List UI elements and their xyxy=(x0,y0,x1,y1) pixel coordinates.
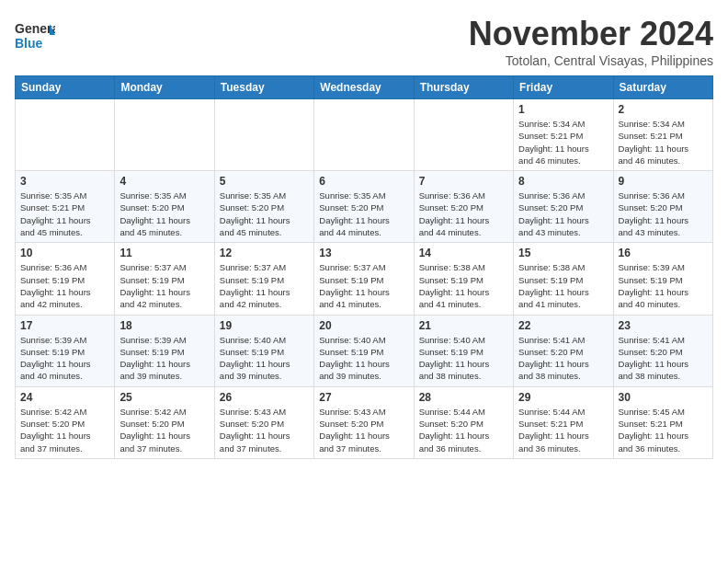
day-number: 4 xyxy=(119,175,209,188)
day-cell: 30Sunrise: 5:45 AM Sunset: 5:21 PM Dayli… xyxy=(613,386,712,458)
title-block: November 2024 Totolan, Central Visayas, … xyxy=(469,15,713,68)
svg-text:General: General xyxy=(15,21,55,36)
day-cell: 20Sunrise: 5:40 AM Sunset: 5:19 PM Dayli… xyxy=(314,315,414,386)
day-number: 17 xyxy=(20,319,109,332)
day-number: 25 xyxy=(119,391,209,404)
day-number: 10 xyxy=(20,247,109,259)
day-number: 15 xyxy=(518,247,608,259)
day-cell: 10Sunrise: 5:36 AM Sunset: 5:19 PM Dayli… xyxy=(16,243,115,315)
day-cell: 1Sunrise: 5:34 AM Sunset: 5:21 PM Daylig… xyxy=(514,99,613,171)
week-row-5: 24Sunrise: 5:42 AM Sunset: 5:20 PM Dayli… xyxy=(16,386,713,458)
day-info: Sunrise: 5:37 AM Sunset: 5:19 PM Dayligh… xyxy=(220,261,309,310)
day-number: 1 xyxy=(518,103,608,116)
day-cell: 24Sunrise: 5:42 AM Sunset: 5:20 PM Dayli… xyxy=(16,386,115,458)
day-info: Sunrise: 5:35 AM Sunset: 5:21 PM Dayligh… xyxy=(20,190,109,238)
day-number: 18 xyxy=(119,319,209,332)
day-info: Sunrise: 5:43 AM Sunset: 5:20 PM Dayligh… xyxy=(220,406,309,454)
logo-icon: General Blue xyxy=(15,15,55,55)
day-cell: 22Sunrise: 5:41 AM Sunset: 5:20 PM Dayli… xyxy=(514,315,613,386)
day-cell: 4Sunrise: 5:35 AM Sunset: 5:20 PM Daylig… xyxy=(115,171,214,243)
month-title: November 2024 xyxy=(469,15,713,53)
day-info: Sunrise: 5:43 AM Sunset: 5:20 PM Dayligh… xyxy=(319,406,408,454)
day-info: Sunrise: 5:39 AM Sunset: 5:19 PM Dayligh… xyxy=(119,334,209,383)
week-row-1: 1Sunrise: 5:34 AM Sunset: 5:21 PM Daylig… xyxy=(16,99,713,171)
header-saturday: Saturday xyxy=(613,76,712,99)
day-cell: 5Sunrise: 5:35 AM Sunset: 5:20 PM Daylig… xyxy=(214,171,313,243)
day-cell xyxy=(115,99,214,171)
svg-text:Blue: Blue xyxy=(15,36,43,51)
day-cell: 29Sunrise: 5:44 AM Sunset: 5:21 PM Dayli… xyxy=(514,386,613,458)
day-number: 27 xyxy=(319,391,408,404)
day-info: Sunrise: 5:37 AM Sunset: 5:19 PM Dayligh… xyxy=(119,261,209,310)
day-number: 6 xyxy=(319,175,408,188)
day-cell xyxy=(16,99,115,171)
day-number: 21 xyxy=(419,319,508,332)
page-header: General Blue November 2024 Totolan, Cent… xyxy=(15,15,713,68)
header-monday: Monday xyxy=(115,76,214,99)
day-info: Sunrise: 5:42 AM Sunset: 5:20 PM Dayligh… xyxy=(119,406,209,454)
day-cell: 11Sunrise: 5:37 AM Sunset: 5:19 PM Dayli… xyxy=(115,243,214,315)
day-number: 22 xyxy=(518,319,608,332)
day-info: Sunrise: 5:40 AM Sunset: 5:19 PM Dayligh… xyxy=(319,334,408,383)
day-cell: 8Sunrise: 5:36 AM Sunset: 5:20 PM Daylig… xyxy=(514,171,613,243)
day-number: 24 xyxy=(20,391,109,404)
day-number: 20 xyxy=(319,319,408,332)
header-friday: Friday xyxy=(514,76,613,99)
day-info: Sunrise: 5:44 AM Sunset: 5:20 PM Dayligh… xyxy=(419,406,508,454)
day-number: 5 xyxy=(220,175,309,188)
day-number: 3 xyxy=(20,175,109,188)
day-info: Sunrise: 5:34 AM Sunset: 5:21 PM Dayligh… xyxy=(619,118,708,167)
day-cell: 3Sunrise: 5:35 AM Sunset: 5:21 PM Daylig… xyxy=(16,171,115,243)
day-number: 13 xyxy=(319,247,408,259)
day-number: 9 xyxy=(619,175,708,188)
calendar-table: SundayMondayTuesdayWednesdayThursdayFrid… xyxy=(15,75,713,459)
day-info: Sunrise: 5:45 AM Sunset: 5:21 PM Dayligh… xyxy=(619,406,708,454)
header-wednesday: Wednesday xyxy=(314,76,414,99)
day-number: 19 xyxy=(220,319,309,332)
day-cell: 13Sunrise: 5:37 AM Sunset: 5:19 PM Dayli… xyxy=(314,243,414,315)
day-info: Sunrise: 5:39 AM Sunset: 5:19 PM Dayligh… xyxy=(619,261,708,310)
day-cell: 6Sunrise: 5:35 AM Sunset: 5:20 PM Daylig… xyxy=(314,171,414,243)
week-row-4: 17Sunrise: 5:39 AM Sunset: 5:19 PM Dayli… xyxy=(16,315,713,386)
header-sunday: Sunday xyxy=(16,76,115,99)
day-cell xyxy=(414,99,513,171)
day-info: Sunrise: 5:37 AM Sunset: 5:19 PM Dayligh… xyxy=(319,261,408,310)
day-info: Sunrise: 5:36 AM Sunset: 5:20 PM Dayligh… xyxy=(619,190,708,238)
day-cell xyxy=(214,99,313,171)
day-number: 8 xyxy=(518,175,608,188)
week-row-2: 3Sunrise: 5:35 AM Sunset: 5:21 PM Daylig… xyxy=(16,171,713,243)
day-cell: 21Sunrise: 5:40 AM Sunset: 5:19 PM Dayli… xyxy=(414,315,513,386)
day-number: 14 xyxy=(419,247,508,259)
day-cell xyxy=(314,99,414,171)
day-info: Sunrise: 5:40 AM Sunset: 5:19 PM Dayligh… xyxy=(419,334,508,383)
day-number: 23 xyxy=(619,319,708,332)
logo: General Blue xyxy=(15,15,55,55)
day-info: Sunrise: 5:34 AM Sunset: 5:21 PM Dayligh… xyxy=(518,118,608,167)
location-title: Totolan, Central Visayas, Philippines xyxy=(469,53,713,68)
day-info: Sunrise: 5:35 AM Sunset: 5:20 PM Dayligh… xyxy=(119,190,209,238)
day-cell: 7Sunrise: 5:36 AM Sunset: 5:20 PM Daylig… xyxy=(414,171,513,243)
header-thursday: Thursday xyxy=(414,76,513,99)
day-info: Sunrise: 5:44 AM Sunset: 5:21 PM Dayligh… xyxy=(518,406,608,454)
day-cell: 19Sunrise: 5:40 AM Sunset: 5:19 PM Dayli… xyxy=(214,315,313,386)
day-info: Sunrise: 5:36 AM Sunset: 5:19 PM Dayligh… xyxy=(20,261,109,310)
week-row-3: 10Sunrise: 5:36 AM Sunset: 5:19 PM Dayli… xyxy=(16,243,713,315)
day-number: 11 xyxy=(119,247,209,259)
day-number: 12 xyxy=(220,247,309,259)
day-cell: 12Sunrise: 5:37 AM Sunset: 5:19 PM Dayli… xyxy=(214,243,313,315)
day-cell: 25Sunrise: 5:42 AM Sunset: 5:20 PM Dayli… xyxy=(115,386,214,458)
day-info: Sunrise: 5:38 AM Sunset: 5:19 PM Dayligh… xyxy=(518,261,608,310)
day-info: Sunrise: 5:41 AM Sunset: 5:20 PM Dayligh… xyxy=(518,334,608,383)
day-cell: 18Sunrise: 5:39 AM Sunset: 5:19 PM Dayli… xyxy=(115,315,214,386)
day-info: Sunrise: 5:36 AM Sunset: 5:20 PM Dayligh… xyxy=(419,190,508,238)
day-cell: 15Sunrise: 5:38 AM Sunset: 5:19 PM Dayli… xyxy=(514,243,613,315)
day-number: 2 xyxy=(619,103,708,116)
day-cell: 16Sunrise: 5:39 AM Sunset: 5:19 PM Dayli… xyxy=(613,243,712,315)
day-cell: 2Sunrise: 5:34 AM Sunset: 5:21 PM Daylig… xyxy=(613,99,712,171)
day-number: 28 xyxy=(419,391,508,404)
header-tuesday: Tuesday xyxy=(214,76,313,99)
day-number: 26 xyxy=(220,391,309,404)
day-number: 7 xyxy=(419,175,508,188)
day-cell: 17Sunrise: 5:39 AM Sunset: 5:19 PM Dayli… xyxy=(16,315,115,386)
day-info: Sunrise: 5:38 AM Sunset: 5:19 PM Dayligh… xyxy=(419,261,508,310)
